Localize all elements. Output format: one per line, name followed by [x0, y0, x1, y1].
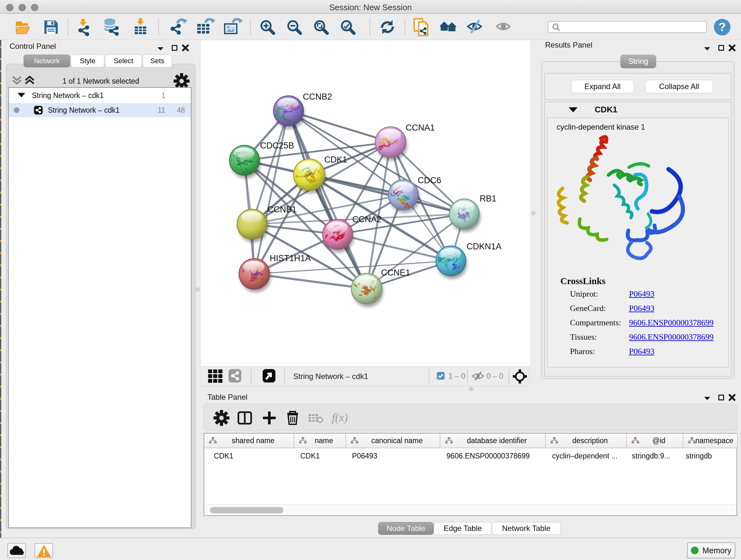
svg-text:CCNE1: CCNE1 [381, 268, 410, 277]
svg-text:HIST1H1A: HIST1H1A [270, 253, 311, 263]
svg-text:CCNA2: CCNA2 [352, 214, 382, 224]
svg-text:CDKN1A: CDKN1A [467, 242, 502, 251]
svg-text:CCNB1: CCNB1 [267, 205, 297, 214]
svg-text:CCNB2: CCNB2 [303, 92, 332, 102]
svg-text:CDC25B: CDC25B [260, 141, 294, 150]
svg-text:RB1: RB1 [480, 194, 496, 203]
svg-text:CCNA1: CCNA1 [406, 123, 435, 132]
svg-text:CDC6: CDC6 [418, 176, 441, 185]
svg-text:CDK1: CDK1 [324, 155, 347, 165]
